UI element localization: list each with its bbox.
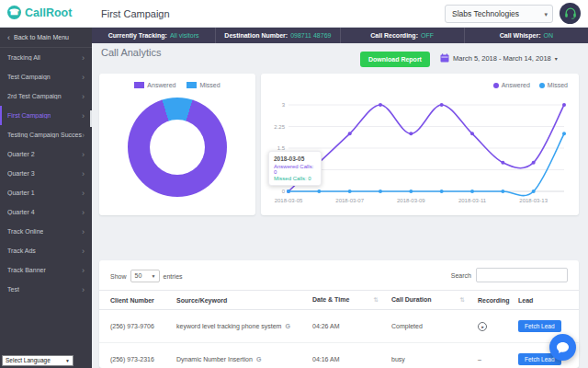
account-select[interactable]: Slabs Technologies ▾ <box>445 5 553 23</box>
cell-call-duration: busy <box>391 356 478 362</box>
section-title: Call Analytics <box>101 47 161 58</box>
svg-text:2018-03-05: 2018-03-05 <box>275 198 303 203</box>
column-header-call-duration[interactable]: Call Duration⇅ <box>391 296 478 304</box>
calls-line-chart-card: Answered Missed 00.751.52.2532018-03-052… <box>261 74 579 215</box>
sidebar-item-testing-campaign-success[interactable]: Testing Campaign Success› <box>0 125 92 144</box>
language-select[interactable]: Select Language ▼ <box>2 355 74 366</box>
sidebar-item-2rd-test-campaign[interactable]: 2rd Test Campaign› <box>0 86 92 106</box>
chat-widget-button[interactable] <box>549 334 576 361</box>
page-size-value: 50 <box>135 272 142 279</box>
line-legend: Answered Missed <box>493 82 568 88</box>
callroot-logo: ☎ CallRoot <box>7 6 72 19</box>
sidebar-item-label: Quarter 2 <box>7 151 35 157</box>
search-input[interactable] <box>476 268 568 282</box>
google-icon: G <box>285 323 289 329</box>
sort-icon[interactable]: ⇅ <box>460 296 465 304</box>
sidebar-item-tracking-all[interactable]: Tracking All› <box>0 48 92 67</box>
sidebar-scrollbar[interactable] <box>90 110 92 127</box>
chevron-right-icon: › <box>82 266 85 275</box>
cell-date-time: 04:26 AM <box>312 323 391 329</box>
google-icon: G <box>256 356 261 362</box>
sidebar-item-first-campaign[interactable]: First Campaign› <box>0 106 92 125</box>
sidebar-item-quarter-1[interactable]: Quarter 1› <box>0 183 92 202</box>
cell-date-time: 04:16 AM <box>312 356 391 362</box>
sidebar-item-track-ads[interactable]: Track Ads› <box>0 241 92 260</box>
donut-chart <box>128 98 227 197</box>
chevron-right-icon: › <box>82 189 85 198</box>
download-report-button[interactable]: Download Report <box>360 52 430 67</box>
sidebar-item-label: Quarter 1 <box>7 190 35 196</box>
back-label: Back to Main Menu <box>14 34 69 40</box>
cell-client-number: (256) 973-2316 <box>110 356 176 362</box>
page-title: First Campaign <box>101 8 170 19</box>
sidebar-item-label: 2rd Test Campaign <box>7 93 62 99</box>
svg-text:0: 0 <box>282 189 286 194</box>
arrow-left-icon: ‹ <box>7 33 10 42</box>
top-bar: ☎ CallRoot First Campaign Slabs Technolo… <box>0 0 588 28</box>
date-range-picker[interactable]: March 5, 2018 - March 14, 2018 ▾ <box>440 53 558 63</box>
tooltip-date: 2018-03-05 <box>274 155 316 162</box>
fetch-lead-button[interactable]: Fetch Lead <box>518 320 561 332</box>
legend-label-missed: Missed <box>199 82 220 88</box>
column-header-source-keyword: Source/Keyword <box>176 297 312 304</box>
sidebar-item-label: Test Campaign <box>7 74 51 80</box>
sidebar-item-label: Testing Campaign Success <box>7 132 82 138</box>
sidebar-item-label: Tracking All <box>7 54 40 61</box>
search-label: Search <box>451 272 471 279</box>
sort-icon[interactable]: ⇅ <box>374 296 379 304</box>
table-row: (256) 973-2316Dynamic Number InsertionG0… <box>99 343 579 368</box>
sidebar-item-quarter-4[interactable]: Quarter 4› <box>0 202 92 222</box>
chevron-down-icon: ▾ <box>555 55 558 62</box>
chevron-right-icon: › <box>82 53 85 63</box>
legend-item-missed: Missed <box>539 82 568 88</box>
entries-label: entries <box>164 273 183 280</box>
chevron-right-icon: › <box>82 73 85 82</box>
chevron-right-icon: › <box>82 285 85 294</box>
page-size-select[interactable]: 50 ▼ <box>130 270 160 282</box>
cell-source-keyword: Dynamic Number InsertionG <box>176 356 312 362</box>
column-header-client-number: Client Number <box>110 297 176 304</box>
column-header-lead: Lead <box>518 297 568 304</box>
sidebar-item-label: Track Online <box>7 228 43 235</box>
sidebar-item-test[interactable]: Test› <box>0 280 92 299</box>
table-header-row: Client NumberSource/KeywordDate & Time⇅C… <box>99 290 579 310</box>
date-range-label: March 5, 2018 - March 14, 2018 <box>453 54 551 63</box>
svg-text:2018-03-09: 2018-03-09 <box>397 198 425 203</box>
donut-legend: Answered Missed <box>99 74 255 88</box>
answered-missed-donut-card: Answered Missed <box>99 74 255 215</box>
chat-icon <box>556 341 570 354</box>
sidebar-item-track-banner[interactable]: Track Banner› <box>0 260 92 280</box>
infobar-call-whisper: Call Whisper:ON <box>464 28 588 43</box>
svg-text:3: 3 <box>282 102 286 108</box>
sidebar-item-label: Track Banner <box>7 267 46 273</box>
support-button[interactable] <box>560 3 581 24</box>
sidebar-item-quarter-2[interactable]: Quarter 2› <box>0 144 92 164</box>
answered-dot <box>493 83 499 88</box>
chevron-right-icon: › <box>82 111 85 121</box>
infobar-currently-tracking: Currently Tracking:All visitors <box>92 28 215 43</box>
tooltip-answered: Answered Calls: 0 <box>274 164 316 175</box>
info-bar: Currently Tracking:All visitorsDestinati… <box>92 28 588 43</box>
sidebar-item-label: Track Ads <box>7 247 36 254</box>
sidebar-item-test-campaign[interactable]: Test Campaign› <box>0 67 92 86</box>
cell-client-number: (256) 973-9706 <box>110 323 176 329</box>
sidebar-item-quarter-3[interactable]: Quarter 3› <box>0 164 92 183</box>
back-to-main-menu[interactable]: ‹ Back to Main Menu <box>0 28 92 48</box>
chevron-down-icon: ▾ <box>544 6 548 23</box>
cell-call-duration: Completed <box>391 323 478 329</box>
legend-label-missed: Missed <box>548 82 568 88</box>
search-control: Search <box>451 268 568 282</box>
play-recording-icon[interactable]: ▸ <box>478 322 487 331</box>
chevron-right-icon: › <box>82 92 85 101</box>
chevron-right-icon: › <box>82 169 85 178</box>
column-header-date-time[interactable]: Date & Time⇅ <box>312 296 391 304</box>
chevron-right-icon: › <box>82 227 85 236</box>
sidebar-item-label: First Campaign <box>7 112 51 119</box>
chevron-right-icon: › <box>82 131 85 140</box>
page-size-control: Show 50 ▼ entries <box>110 270 183 282</box>
sidebar-item-track-online[interactable]: Track Online› <box>0 222 92 241</box>
svg-text:2.25: 2.25 <box>274 124 285 130</box>
column-header-recording: Recording <box>478 297 518 304</box>
legend-label-answered: Answered <box>502 82 530 88</box>
svg-text:2018-03-13: 2018-03-13 <box>519 198 548 203</box>
